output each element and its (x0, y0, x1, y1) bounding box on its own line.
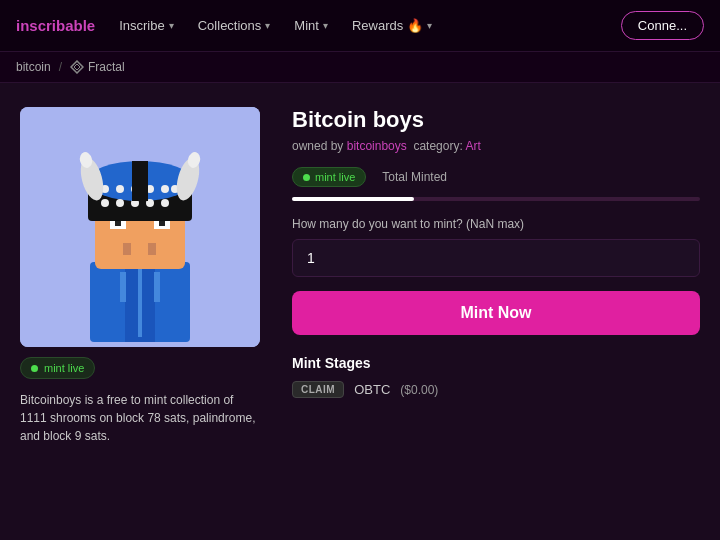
svg-point-23 (116, 199, 124, 207)
breadcrumb-fractal[interactable]: Fractal (70, 60, 125, 74)
left-column: mint live Bitcoinboys is a free to mint … (20, 107, 260, 513)
navbar: inscribable Inscribe ▾ Collections ▾ Min… (0, 0, 720, 52)
svg-point-17 (116, 185, 124, 193)
mint-live-badge-left: mint live (20, 357, 95, 379)
total-minted-label: Total Minted (382, 170, 447, 184)
mint-live-dot (31, 365, 38, 372)
stage-claim-badge: CLAIM (292, 381, 344, 398)
nft-artwork (20, 107, 260, 347)
right-column: Bitcoin boys owned by bitcoinboys catego… (292, 107, 700, 513)
mint-quantity-label: How many do you want to mint? (NaN max) (292, 217, 700, 231)
nft-title: Bitcoin boys (292, 107, 700, 133)
connect-button[interactable]: Conne... (621, 11, 704, 40)
svg-point-22 (101, 199, 109, 207)
nav-inscribe[interactable]: Inscribe ▾ (119, 18, 174, 33)
nft-meta: owned by bitcoinboys category: Art (292, 139, 700, 153)
logo[interactable]: inscribable (16, 17, 95, 34)
mint-stages-title: Mint Stages (292, 355, 700, 371)
logo-text: nscribable (20, 17, 95, 34)
chevron-down-icon: ▾ (323, 20, 328, 31)
svg-rect-12 (123, 243, 131, 255)
mint-status-row: mint live Total Minted (292, 167, 700, 187)
mint-live-pill-dot (303, 174, 310, 181)
mint-live-pill-label: mint live (315, 171, 355, 183)
category-link[interactable]: Art (465, 139, 480, 153)
nav-collections[interactable]: Collections ▾ (198, 18, 271, 33)
mint-live-label-left: mint live (44, 362, 84, 374)
svg-rect-3 (138, 267, 142, 337)
breadcrumb: bitcoin / Fractal (0, 52, 720, 83)
mint-now-button[interactable]: Mint Now (292, 291, 700, 335)
progress-bar-fill (292, 197, 414, 201)
nft-description: Bitcoinboys is a free to mint collection… (20, 391, 260, 445)
svg-point-20 (161, 185, 169, 193)
chevron-down-icon: ▾ (169, 20, 174, 31)
svg-rect-13 (148, 243, 156, 255)
breadcrumb-bitcoin[interactable]: bitcoin (16, 60, 51, 74)
nav-mint[interactable]: Mint ▾ (294, 18, 328, 33)
svg-rect-5 (154, 272, 160, 302)
mint-stage-row: CLAIM OBTC ($0.00) (292, 381, 700, 398)
svg-point-26 (161, 199, 169, 207)
progress-bar (292, 197, 700, 201)
owner-link[interactable]: bitcoinboys (347, 139, 407, 153)
chevron-down-icon: ▾ (427, 20, 432, 31)
mint-quantity-input[interactable] (292, 239, 700, 277)
svg-rect-27 (132, 161, 148, 201)
mint-live-pill: mint live (292, 167, 366, 187)
breadcrumb-separator: / (59, 60, 62, 74)
svg-rect-4 (120, 272, 126, 302)
stage-price: ($0.00) (400, 383, 438, 397)
main-content: mint live Bitcoinboys is a free to mint … (0, 83, 720, 537)
nft-image (20, 107, 260, 347)
chevron-down-icon: ▾ (265, 20, 270, 31)
fractal-icon (70, 60, 84, 74)
nav-rewards[interactable]: Rewards 🔥 ▾ (352, 18, 432, 33)
stage-token: OBTC (354, 382, 390, 397)
